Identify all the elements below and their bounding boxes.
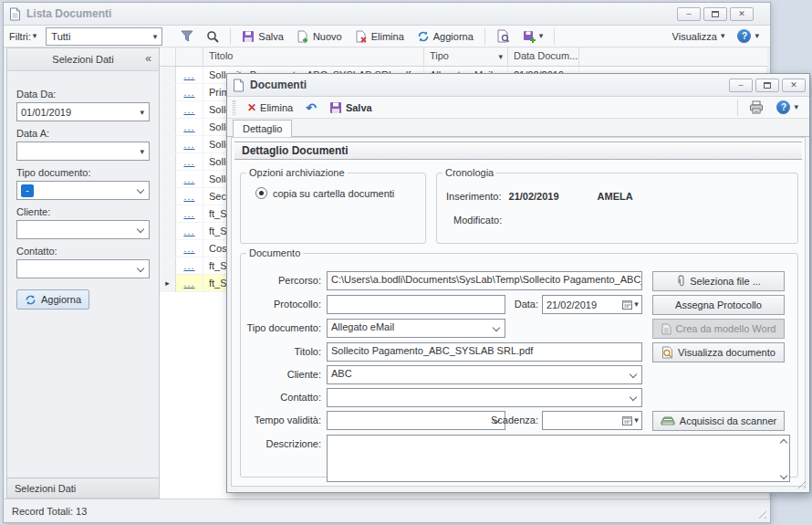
dialog-salva-label: Salva: [346, 102, 372, 113]
dialog-maximize-button[interactable]: [755, 79, 779, 92]
data-da-label: Data Da:: [16, 89, 150, 100]
print-preview-button[interactable]: [491, 27, 515, 45]
row-edit-link[interactable]: ...: [183, 278, 194, 289]
seleziona-file-button[interactable]: Seleziona file ...: [652, 271, 785, 291]
row-dots-cell: ...: [176, 188, 203, 205]
help-dropdown-icon: ▾: [794, 103, 798, 111]
dialog-help-button[interactable]: ? ▾: [771, 99, 804, 116]
row-edit-link[interactable]: ...: [183, 243, 194, 254]
visualizza-label: Visualizza: [672, 31, 717, 42]
row-indicator: [160, 205, 176, 222]
undo-button[interactable]: ↶: [300, 100, 322, 116]
acquisisci-da-scanner-button[interactable]: Acquisisci da scanner: [652, 411, 785, 431]
row-edit-link[interactable]: ...: [183, 226, 194, 236]
tipo-documento-label: Tipo documento:: [16, 167, 150, 178]
calendar-icon: [622, 415, 632, 425]
column-header-data[interactable]: Data Docum...: [508, 47, 579, 66]
group-cronologia: Cronologia Inserimento: 21/02/2019 AMELA…: [436, 167, 798, 244]
row-edit-link[interactable]: ...: [183, 139, 194, 150]
scadenza-datefield[interactable]: ▾: [542, 411, 642, 430]
assegna-protocollo-button[interactable]: Assegna Protocollo: [652, 295, 785, 315]
group-documento-legend: Documento: [246, 247, 303, 258]
cliente-label: Cliente:: [243, 369, 321, 380]
contatto-label: Contatto:: [243, 392, 321, 403]
data-da-field[interactable]: 01/01/2019 ▾: [16, 102, 150, 121]
maximize-icon: [764, 82, 771, 89]
row-edit-link[interactable]: ...: [183, 260, 194, 271]
percorso-input[interactable]: C:\Users\a.bodli\Documents\SysLab\Temp\S…: [327, 271, 642, 290]
row-edit-link[interactable]: ...: [183, 191, 194, 202]
documenti-dialog: Documenti – ✕ ✕ Elimina ↶ Salva ? ▾ De: [226, 73, 810, 493]
visualizza-documento-button[interactable]: Visualizza documento: [652, 342, 785, 362]
row-edit-link[interactable]: ...: [183, 69, 194, 80]
search-button[interactable]: [201, 28, 224, 45]
crea-da-modello-word-button[interactable]: Crea da modello Word: [652, 319, 785, 339]
new-document-icon: [297, 30, 309, 43]
elimina-label: Elimina: [371, 31, 404, 42]
dialog-minimize-button[interactable]: –: [729, 79, 753, 92]
aggiorna-button[interactable]: Aggiorna: [411, 28, 479, 45]
sidebar-header-label: Selezioni Dati: [52, 54, 113, 65]
row-edit-link[interactable]: ...: [183, 208, 194, 219]
row-edit-link[interactable]: ...: [183, 156, 194, 167]
tipo-documento-combobox[interactable]: Allegato eMail: [327, 319, 505, 338]
dialog-titlebar[interactable]: Documenti – ✕: [227, 74, 809, 97]
scroll-down-icon[interactable]: [781, 469, 786, 480]
tab-dettaglio[interactable]: Dettaglio: [233, 120, 292, 138]
help-button[interactable]: ? ▾: [732, 27, 765, 45]
row-edit-link[interactable]: ...: [183, 173, 194, 184]
dialog-content: Dettaglio Documenti Opzioni archiviazion…: [231, 137, 806, 487]
tipo-documento-chevron-icon: [493, 324, 500, 331]
contatto-field[interactable]: [16, 259, 150, 278]
column-header-titolo[interactable]: Titolo: [203, 47, 424, 66]
data-datefield[interactable]: 21/02/2019 ▾: [542, 295, 642, 314]
column-header-tipo[interactable]: Tipo ▾: [424, 47, 508, 66]
dialog-elimina-button[interactable]: ✕ Elimina: [242, 100, 298, 115]
dialog-salva-button[interactable]: Salva: [324, 100, 378, 116]
print-button[interactable]: [744, 99, 769, 116]
acquisisci-da-scanner-label: Acquisisci da scanner: [680, 415, 776, 426]
header-filler-cell: [579, 47, 767, 66]
row-dots-cell: ...: [176, 205, 203, 222]
filtri-dropdown-icon[interactable]: ▾: [33, 32, 37, 40]
descrizione-textarea[interactable]: [327, 435, 790, 482]
nuovo-button[interactable]: Nuovo: [291, 28, 348, 45]
close-button[interactable]: ✕: [730, 7, 754, 21]
row-indicator: [160, 84, 176, 100]
filter-combobox[interactable]: Tutti ▾: [46, 27, 162, 46]
elimina-button[interactable]: Elimina: [349, 28, 410, 45]
row-edit-link[interactable]: ...: [183, 87, 194, 98]
filter-dropdown-icon: ▾: [153, 33, 158, 41]
contatto-combobox[interactable]: [327, 388, 642, 407]
cliente-combobox[interactable]: ABC: [327, 365, 642, 384]
salva-button[interactable]: Salva: [236, 28, 289, 45]
contatto-chevron-icon: [137, 265, 144, 272]
scroll-up-icon[interactable]: [781, 436, 786, 447]
row-dots-cell: ...: [176, 223, 203, 239]
row-indicator: [160, 67, 176, 83]
titolo-input[interactable]: Sollecito Pagamento_ABC_SYSLAB SRL.pdf: [327, 342, 642, 362]
save-plus-icon: [523, 30, 536, 43]
row-dots-cell: ...: [176, 171, 203, 187]
copia-cartella-radio[interactable]: [255, 187, 267, 199]
main-titlebar[interactable]: Lista Documenti – ✕: [4, 3, 770, 26]
sidebar-bottom-tab[interactable]: Selezioni Dati: [7, 478, 159, 498]
minimize-button[interactable]: –: [677, 7, 701, 21]
row-edit-link[interactable]: ...: [183, 104, 194, 115]
save-layout-button[interactable]: ▾: [517, 28, 549, 45]
data-a-field[interactable]: ▾: [16, 142, 150, 161]
group-cronologia-legend: Cronologia: [442, 167, 496, 178]
tipo-documento-field[interactable]: -: [16, 181, 150, 200]
sidebar-header[interactable]: Selezioni Dati «: [7, 48, 159, 71]
sidebar-aggiorna-button[interactable]: Aggiorna: [16, 289, 89, 310]
delete-x-icon: ✕: [247, 102, 256, 113]
filter-funnel-button[interactable]: [175, 28, 199, 44]
row-edit-link[interactable]: ...: [183, 121, 194, 132]
maximize-button[interactable]: [703, 7, 727, 21]
tipo-filter-icon[interactable]: ▾: [498, 53, 503, 61]
visualizza-button[interactable]: Visualizza ▾: [667, 29, 731, 44]
resize-grip[interactable]: [755, 508, 766, 519]
cliente-field[interactable]: [16, 220, 150, 239]
collapse-icon[interactable]: «: [145, 52, 151, 65]
dialog-close-button[interactable]: ✕: [782, 79, 806, 92]
